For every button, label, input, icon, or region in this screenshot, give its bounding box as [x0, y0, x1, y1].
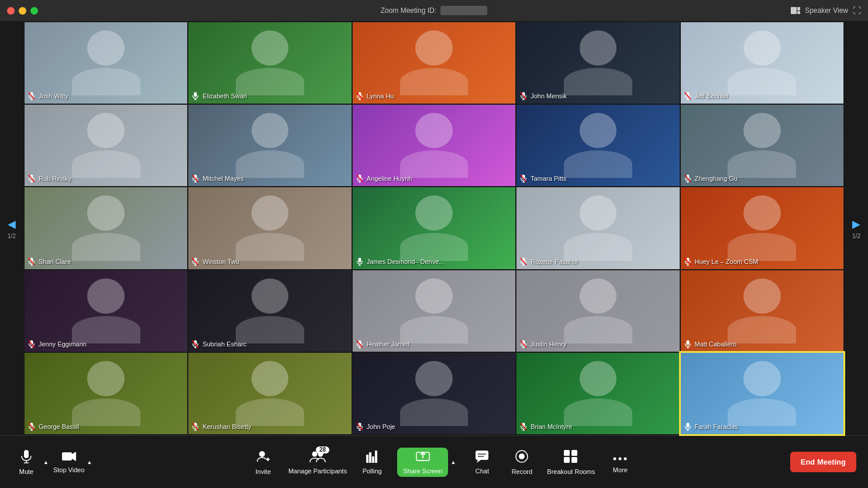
participant-name: Josh Witty	[28, 92, 68, 100]
title-bar: Zoom Meeting ID: Speaker View ⛶	[0, 0, 868, 21]
participant-mic-icon	[356, 422, 364, 431]
participant-mic-icon	[520, 174, 528, 183]
video-cell[interactable]: Zhenghang Gu	[681, 105, 843, 186]
video-cell[interactable]: Winston Twu	[188, 187, 351, 269]
share-caret[interactable]: ▲	[449, 458, 457, 466]
mute-button[interactable]: Mute	[12, 449, 41, 475]
prev-page-button[interactable]: ◀ 1/2	[0, 21, 23, 435]
participants-count: 28	[316, 446, 329, 453]
video-cell[interactable]: Justin Henry	[516, 270, 679, 352]
participants-icon: 28	[309, 450, 326, 465]
video-cell[interactable]: Huey Le – Zoom CSM	[681, 187, 843, 269]
video-cell[interactable]: Shari Clare	[25, 187, 187, 269]
participant-name: Subriah Esharc	[192, 340, 246, 348]
participant-mic-icon	[356, 92, 364, 100]
participant-name: Lynna Hu	[356, 92, 394, 100]
more-button[interactable]: More	[605, 451, 635, 473]
polling-icon	[366, 450, 378, 465]
minimize-button[interactable]	[19, 7, 26, 15]
video-cell[interactable]: Mitchel Mayes	[188, 105, 351, 186]
fullscreen-icon[interactable]: ⛶	[853, 6, 861, 15]
toolbar: Mute ▲ Stop Video ▲	[0, 435, 868, 488]
video-cell[interactable]: Subriah Esharc	[188, 270, 351, 352]
svg-marker-117	[477, 460, 481, 463]
svg-rect-50	[358, 257, 361, 262]
polling-button[interactable]: Polling	[357, 450, 387, 475]
speaker-view-label: Speaker View	[805, 6, 848, 15]
breakout-label: Breakout Rooms	[547, 468, 595, 475]
video-cell[interactable]: Angeline Huynh	[353, 105, 515, 186]
svg-marker-103	[72, 452, 76, 461]
svg-rect-111	[372, 456, 374, 463]
video-cell[interactable]: Matt Caballero	[681, 270, 843, 352]
participant-name: Heather Jarrett	[356, 340, 409, 348]
svg-point-121	[519, 453, 525, 459]
breakout-rooms-button[interactable]: Breakout Rooms	[547, 449, 595, 475]
close-button[interactable]	[7, 7, 15, 15]
record-button[interactable]: Record	[507, 449, 536, 475]
video-cell[interactable]: Brian McIntyre	[516, 353, 679, 434]
stop-video-label: Stop Video	[53, 466, 85, 473]
participant-mic-icon	[684, 340, 693, 348]
participant-mic-icon	[520, 257, 528, 266]
video-caret[interactable]: ▲	[86, 458, 94, 466]
speaker-view-button[interactable]: Speaker View ⛶	[791, 6, 861, 15]
video-cell[interactable]: Lynna Hu	[353, 22, 515, 104]
mute-label: Mute	[19, 468, 33, 475]
svg-rect-123	[571, 450, 577, 456]
participant-mic-icon	[192, 422, 200, 431]
share-screen-control: Share Screen ▲	[397, 448, 457, 477]
participant-mic-icon	[28, 92, 36, 100]
video-cell[interactable]: John Mensik	[516, 22, 679, 104]
left-page-info: 1/2	[8, 233, 16, 239]
svg-rect-122	[564, 450, 570, 456]
video-cell[interactable]: Josh Witty	[25, 22, 187, 104]
share-screen-button[interactable]: Share Screen	[397, 448, 448, 477]
maximize-button[interactable]	[30, 7, 38, 15]
participant-mic-icon	[356, 340, 364, 348]
svg-rect-116	[476, 451, 488, 460]
participant-name: Angeline Huynh	[356, 174, 412, 183]
record-label: Record	[512, 468, 532, 475]
speaker-view-icon	[791, 7, 800, 14]
participant-mic-icon	[192, 257, 200, 266]
chat-button[interactable]: Chat	[467, 450, 497, 475]
video-cell[interactable]: Rob Rinsky	[25, 105, 187, 186]
video-cell[interactable]: John Poje	[353, 353, 515, 434]
participant-mic-icon	[192, 340, 200, 348]
svg-rect-1	[797, 7, 800, 11]
video-cell[interactable]: Jenny Eggimann	[25, 270, 187, 352]
svg-rect-99	[24, 450, 29, 458]
svg-point-128	[624, 457, 627, 460]
participant-name: John Poje	[356, 422, 395, 431]
participant-mic-icon	[356, 257, 364, 266]
participant-name: Jenny Eggimann	[28, 340, 87, 348]
manage-participants-button[interactable]: 28 Manage Participants	[288, 450, 347, 475]
participant-mic-icon	[520, 92, 528, 100]
more-icon	[613, 451, 627, 464]
video-cell[interactable]: Farah Faraclas	[681, 353, 843, 434]
end-meeting-button[interactable]: End Meeting	[790, 452, 856, 472]
breakout-icon	[563, 449, 578, 466]
stop-video-button[interactable]: Stop Video	[53, 451, 85, 473]
participant-name: Huey Le – Zoom CSM	[684, 257, 759, 266]
svg-rect-0	[791, 7, 797, 14]
participant-mic-icon	[684, 257, 693, 266]
video-cell[interactable]: Tamara Pitts	[516, 105, 679, 186]
chat-icon	[475, 450, 489, 465]
participant-mic-icon	[192, 174, 200, 183]
video-cell[interactable]: Kerushan Bisetty	[188, 353, 351, 434]
right-page-info: 1/2	[852, 233, 860, 239]
next-page-button[interactable]: ▶ 1/2	[845, 21, 868, 435]
video-cell[interactable]: Jeff Bechtel	[681, 22, 843, 104]
mute-caret[interactable]: ▲	[42, 458, 50, 466]
video-cell[interactable]: Rozette Pasahol	[516, 187, 679, 269]
video-cell[interactable]: Elizabeth Swan	[188, 22, 351, 104]
invite-icon	[256, 449, 270, 466]
participant-mic-icon	[684, 422, 693, 431]
video-cell[interactable]: James Desmond– Denve...	[353, 187, 515, 269]
video-cell[interactable]: George Bassil	[25, 353, 187, 434]
svg-rect-96	[686, 422, 689, 427]
video-cell[interactable]: Heather Jarrett	[353, 270, 515, 352]
invite-button[interactable]: Invite	[249, 449, 278, 475]
